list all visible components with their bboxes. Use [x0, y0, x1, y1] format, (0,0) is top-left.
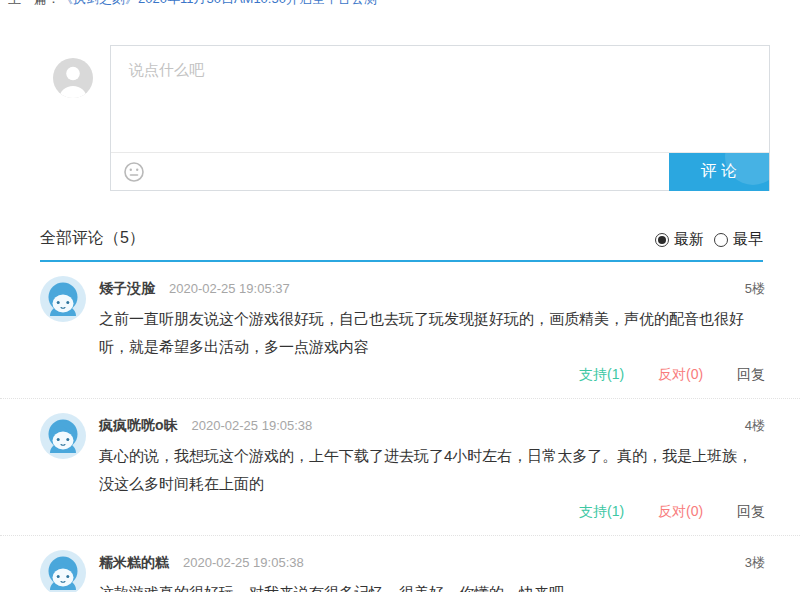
comment-floor-badge: 4楼 — [745, 417, 765, 435]
comment-row: 疯疯咣咣o昧 2020-02-25 19:05:38 4楼 真心的说，我想玩这个… — [0, 399, 800, 536]
comment-text: 这款游戏真的很好玩，对我来说有很多记忆，很美好，你懂的，快来吧 — [99, 579, 765, 592]
comment-text: 之前一直听朋友说这个游戏很好玩，自己也去玩了玩发现挺好玩的，画质精美，声优的配音… — [99, 305, 765, 361]
commenter-username: 糯米糕的糕 — [99, 554, 169, 572]
smiley-icon[interactable] — [123, 161, 145, 183]
prev-article-prefix: 上一篇： — [8, 0, 60, 6]
commenter-avatar-icon — [40, 550, 86, 592]
comment-head: 矮子没脸 2020-02-25 19:05:37 5楼 — [99, 280, 765, 298]
comment-input[interactable] — [111, 46, 769, 152]
comment-actions: 支持(1) 反对(0) 回复 — [99, 503, 765, 523]
comment-timestamp: 2020-02-25 19:05:37 — [169, 281, 290, 296]
comment-composer: 评 论 — [0, 9, 800, 191]
oppose-link[interactable]: 反对(0) — [658, 366, 703, 382]
comment-row: 矮子没脸 2020-02-25 19:05:37 5楼 之前一直听朋友说这个游戏… — [0, 262, 800, 399]
user-avatar-placeholder — [53, 58, 93, 98]
sort-oldest-label[interactable]: 最早 — [733, 230, 763, 249]
prev-article-link[interactable]: 《执剑之刻》2020年11月30日AM10:50开启全平台公测 — [60, 0, 377, 6]
top-clipped-line: 上一篇：《执剑之刻》2020年11月30日AM10:50开启全平台公测 — [0, 0, 800, 9]
sort-controls: 最新 最早 — [645, 230, 763, 249]
comment-body: 糯米糕的糕 2020-02-25 19:05:38 3楼 这款游戏真的很好玩，对… — [99, 550, 765, 592]
comment-floor-badge: 3楼 — [745, 554, 765, 572]
comment-actions: 支持(1) 反对(0) 回复 — [99, 366, 765, 386]
comments-count-title: 全部评论（5） — [40, 228, 145, 249]
oppose-link[interactable]: 反对(0) — [658, 503, 703, 519]
comment-floor-badge: 5楼 — [745, 280, 765, 298]
comments-header: 全部评论（5） 最新 最早 — [40, 228, 763, 262]
comment-row: 糯米糕的糕 2020-02-25 19:05:38 3楼 这款游戏真的很好玩，对… — [0, 536, 800, 592]
submit-comment-button[interactable]: 评 论 — [669, 153, 769, 191]
radio-newest-icon[interactable] — [655, 233, 669, 247]
commenter-username: 疯疯咣咣o昧 — [99, 417, 178, 435]
commenter-username: 矮子没脸 — [99, 280, 155, 298]
commenter-avatar-icon — [40, 276, 86, 322]
comment-timestamp: 2020-02-25 19:05:38 — [192, 418, 313, 433]
reply-link[interactable]: 回复 — [737, 366, 765, 382]
comment-body: 矮子没脸 2020-02-25 19:05:37 5楼 之前一直听朋友说这个游戏… — [99, 276, 765, 386]
composer-box: 评 论 — [110, 45, 770, 191]
sort-option-newest[interactable]: 最新 — [655, 230, 704, 249]
composer-toolbar: 评 论 — [111, 152, 769, 190]
commenter-avatar-icon — [40, 413, 86, 459]
comment-head: 疯疯咣咣o昧 2020-02-25 19:05:38 4楼 — [99, 417, 765, 435]
comment-head: 糯米糕的糕 2020-02-25 19:05:38 3楼 — [99, 554, 765, 572]
comment-list: 矮子没脸 2020-02-25 19:05:37 5楼 之前一直听朋友说这个游戏… — [0, 262, 800, 592]
sort-option-oldest[interactable]: 最早 — [714, 230, 763, 249]
comment-timestamp: 2020-02-25 19:05:38 — [183, 555, 304, 570]
support-link[interactable]: 支持(1) — [579, 366, 624, 382]
comment-text: 真心的说，我想玩这个游戏的，上午下载了进去玩了4小时左右，日常太多了。真的，我是… — [99, 442, 765, 498]
sort-newest-label[interactable]: 最新 — [674, 230, 704, 249]
support-link[interactable]: 支持(1) — [579, 503, 624, 519]
reply-link[interactable]: 回复 — [737, 503, 765, 519]
comment-body: 疯疯咣咣o昧 2020-02-25 19:05:38 4楼 真心的说，我想玩这个… — [99, 413, 765, 523]
radio-oldest-icon[interactable] — [714, 233, 728, 247]
